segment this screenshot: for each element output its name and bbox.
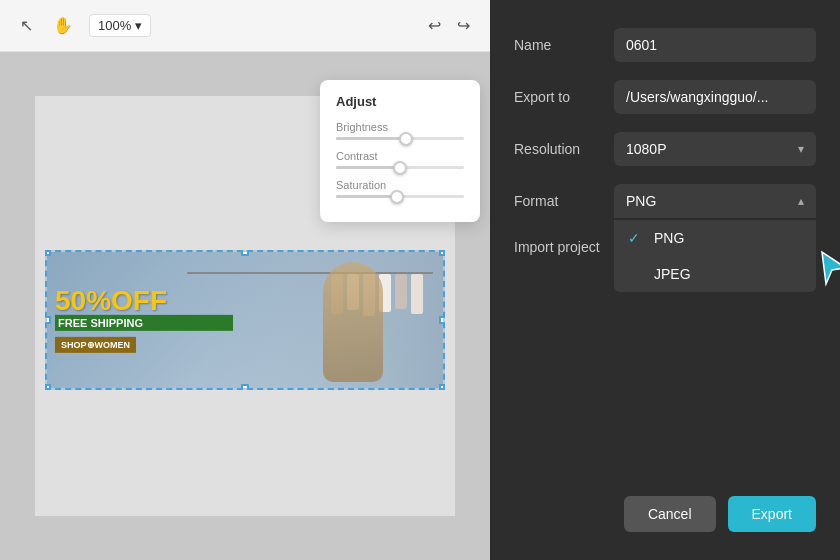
brightness-fill: [336, 137, 406, 140]
check-placeholder-icon: ✓: [628, 266, 644, 282]
saturation-fill: [336, 195, 397, 198]
zoom-arrow-icon: ▾: [135, 18, 142, 33]
folder-icon[interactable]: 🗂: [813, 80, 816, 114]
handle-top-left[interactable]: [45, 250, 51, 256]
format-select[interactable]: PNG ▴: [614, 184, 816, 218]
export-to-input[interactable]: [614, 80, 813, 114]
export-to-field-row: Export to 🗂: [514, 80, 816, 114]
banner-free-shipping: FREE SHIPPING: [55, 315, 233, 331]
format-dropdown: ✓ PNG ✓ JPEG: [614, 220, 816, 292]
cursor-arrow-svg: [814, 248, 840, 288]
format-option-png[interactable]: ✓ PNG: [614, 220, 816, 256]
format-option-jpeg[interactable]: ✓ JPEG: [614, 256, 816, 292]
svg-marker-0: [822, 252, 840, 284]
zoom-value: 100%: [98, 18, 131, 33]
saturation-thumb[interactable]: [390, 190, 404, 204]
name-field-row: Name: [514, 28, 816, 62]
format-label: Format: [514, 193, 614, 209]
saturation-row: Saturation: [336, 179, 464, 198]
banner-element[interactable]: 50%OFF FREE SHIPPING SHOP⊕WOMEN: [45, 250, 445, 390]
handle-top-middle[interactable]: [241, 250, 249, 256]
format-value: PNG: [626, 193, 656, 209]
resolution-label: Resolution: [514, 141, 614, 157]
banner-fifty-off: 50%OFF: [55, 287, 233, 315]
adjust-title: Adjust: [336, 94, 464, 109]
handle-bottom-middle[interactable]: [241, 384, 249, 390]
right-panel: Name Export to 🗂 Resolution 1080P ▾ Form…: [490, 0, 840, 560]
contrast-slider[interactable]: [336, 166, 464, 169]
select-tool-icon[interactable]: ↖: [16, 12, 37, 39]
person-silhouette: [323, 262, 383, 382]
brightness-label: Brightness: [336, 121, 464, 133]
contrast-fill: [336, 166, 400, 169]
export-button[interactable]: Export: [728, 496, 816, 532]
rack-rod: [187, 272, 433, 274]
export-to-label: Export to: [514, 89, 614, 105]
undo-button[interactable]: ↩: [424, 12, 445, 39]
resolution-field-row: Resolution 1080P ▾: [514, 132, 816, 166]
handle-middle-left[interactable]: [45, 316, 51, 324]
undo-redo-group: ↩ ↪: [424, 12, 474, 39]
cancel-button[interactable]: Cancel: [624, 496, 716, 532]
handle-middle-right[interactable]: [439, 316, 445, 324]
format-png-label: PNG: [654, 230, 684, 246]
format-arrow-icon: ▴: [798, 194, 804, 208]
canvas-area: ↖ ✋ 100% ▾ ↩ ↪: [0, 0, 490, 560]
resolution-arrow-icon: ▾: [798, 142, 804, 156]
banner-shop-women: SHOP⊕WOMEN: [55, 337, 136, 353]
button-row: Cancel Export: [624, 496, 816, 532]
banner-text-area: 50%OFF FREE SHIPPING SHOP⊕WOMEN: [55, 287, 233, 353]
cursor-indicator: [814, 248, 840, 292]
resolution-value: 1080P: [626, 141, 666, 157]
handle-top-right[interactable]: [439, 250, 445, 256]
format-jpeg-label: JPEG: [654, 266, 691, 282]
name-input[interactable]: [614, 28, 816, 62]
adjust-panel: Adjust Brightness Contrast Saturation: [320, 80, 480, 222]
clothes-1: [411, 274, 423, 314]
handle-bottom-left[interactable]: [45, 384, 51, 390]
export-to-input-group: 🗂: [614, 80, 816, 114]
format-field-row: Format PNG ▴ ✓ PNG ✓ JPEG: [514, 184, 816, 218]
resolution-select[interactable]: 1080P ▾: [614, 132, 816, 166]
import-project-label: Import project: [514, 239, 614, 255]
name-label: Name: [514, 37, 614, 53]
contrast-row: Contrast: [336, 150, 464, 169]
clothes-2: [395, 274, 407, 309]
hand-tool-icon[interactable]: ✋: [49, 12, 77, 39]
banner-background: 50%OFF FREE SHIPPING SHOP⊕WOMEN: [47, 252, 443, 388]
brightness-row: Brightness: [336, 121, 464, 140]
brightness-slider[interactable]: [336, 137, 464, 140]
toolbar: ↖ ✋ 100% ▾ ↩ ↪: [0, 0, 490, 52]
saturation-slider[interactable]: [336, 195, 464, 198]
brightness-thumb[interactable]: [399, 132, 413, 146]
zoom-control[interactable]: 100% ▾: [89, 14, 151, 37]
contrast-thumb[interactable]: [393, 161, 407, 175]
redo-button[interactable]: ↪: [453, 12, 474, 39]
handle-bottom-right[interactable]: [439, 384, 445, 390]
check-icon: ✓: [628, 230, 644, 246]
